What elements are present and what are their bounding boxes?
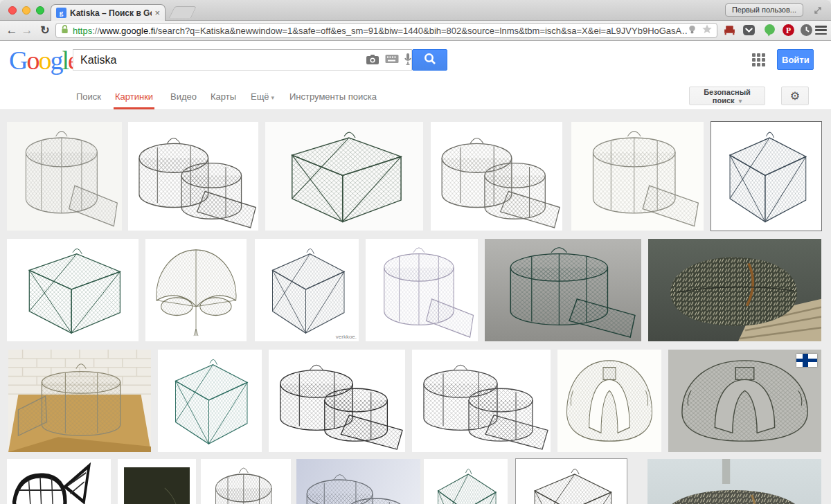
image-result[interactable]	[431, 122, 562, 231]
browser-tab[interactable]: g Katiska – Поиск в Google ×	[51, 4, 166, 21]
results-nav: Поиск Картинки Видео Карты Ещё▾ Инструме…	[0, 82, 831, 110]
green-balloon-extension-icon[interactable]	[763, 24, 776, 37]
image-result[interactable]	[201, 459, 291, 504]
window-zoom-button[interactable]	[36, 6, 44, 15]
google-favicon-icon: g	[56, 8, 66, 18]
magnifier-icon	[423, 52, 437, 66]
image-result[interactable]: verkkoe.	[255, 239, 359, 341]
google-logo[interactable]: Google	[9, 45, 78, 75]
search-input[interactable]	[73, 49, 412, 71]
image-result[interactable]	[296, 459, 420, 504]
back-button[interactable]: ←	[4, 22, 19, 39]
https-padlock-icon	[60, 24, 69, 37]
url-text: https://www.google.fi/search?q=Katiska&n…	[73, 26, 687, 36]
image-result[interactable]	[7, 122, 122, 231]
chevron-down-icon: ▾	[271, 94, 275, 101]
browser-toolbar: ← → ↻ https://www.google.fi/search?q=Kat…	[0, 21, 831, 41]
image-result[interactable]	[668, 350, 821, 452]
finnish-flag-badge	[796, 354, 817, 367]
image-result[interactable]	[145, 239, 247, 341]
safe-search-dropdown[interactable]: Безопасный поиск ▾	[689, 87, 765, 105]
pinterest-extension-icon[interactable]: P	[782, 24, 795, 37]
image-result[interactable]	[485, 239, 641, 341]
image-result[interactable]	[7, 239, 138, 341]
image-result[interactable]	[424, 459, 508, 504]
image-result[interactable]	[7, 459, 111, 504]
image-result[interactable]	[366, 239, 478, 341]
forward-button[interactable]: →	[19, 22, 35, 39]
image-result[interactable]	[8, 350, 151, 452]
reload-button[interactable]: ↻	[37, 22, 53, 39]
image-result[interactable]	[648, 239, 821, 341]
new-tab-button[interactable]	[169, 6, 197, 18]
tab-more[interactable]: Ещё▾	[251, 91, 274, 102]
window-minimize-button[interactable]	[22, 6, 30, 15]
virtual-keyboard-icon[interactable]	[385, 54, 399, 66]
chrome-menu-icon[interactable]	[815, 26, 827, 35]
armchair-extension-icon[interactable]	[723, 24, 736, 37]
address-bar[interactable]: https://www.google.fi/search?q=Katiska&n…	[55, 23, 717, 38]
expand-arrows-icon[interactable]	[813, 6, 823, 15]
browser-window: g Katiska – Поиск в Google × Первый поль…	[0, 0, 831, 504]
chevron-down-icon: ▾	[739, 98, 742, 105]
image-result[interactable]	[128, 122, 258, 231]
search-button[interactable]	[412, 49, 447, 71]
settings-gear-button[interactable]: ⚙	[781, 87, 809, 105]
tab-videos[interactable]: Видео	[170, 91, 197, 102]
profile-button[interactable]: Первый пользов...	[725, 3, 803, 17]
search-tools-link[interactable]: Инструменты поиска	[289, 91, 377, 102]
google-apps-grid-icon[interactable]	[752, 53, 766, 67]
image-result[interactable]	[571, 122, 704, 231]
tab-title: Katiska – Поиск в Google	[70, 8, 152, 18]
voice-search-mic-icon[interactable]	[403, 53, 413, 69]
search-by-image-camera-icon[interactable]	[366, 54, 379, 68]
image-result[interactable]	[118, 459, 196, 504]
image-result[interactable]	[711, 122, 821, 231]
tab-strip: g Katiska – Поиск в Google × Первый поль…	[0, 0, 831, 21]
image-result[interactable]	[265, 122, 423, 231]
svg-text:P: P	[786, 26, 791, 35]
image-result[interactable]	[269, 350, 405, 452]
image-result[interactable]	[516, 459, 627, 504]
image-results-grid: verkkoe.	[0, 110, 831, 504]
gear-icon: ⚙	[790, 90, 800, 102]
image-result[interactable]	[158, 350, 262, 452]
google-header: Google Войти	[0, 41, 831, 82]
image-result[interactable]	[647, 459, 821, 504]
tab-maps[interactable]: Карты	[211, 91, 236, 102]
tab-search[interactable]: Поиск	[76, 91, 101, 102]
sign-in-button[interactable]: Войти	[777, 49, 814, 70]
window-close-button[interactable]	[8, 6, 17, 15]
image-result[interactable]	[557, 350, 661, 452]
image-result[interactable]	[412, 350, 551, 452]
tab-images[interactable]: Картинки	[115, 91, 153, 102]
clock-extension-icon[interactable]	[800, 24, 813, 37]
tab-close-icon[interactable]: ×	[154, 8, 160, 18]
lightbulb-icon[interactable]	[687, 24, 697, 37]
pocket-extension-icon[interactable]	[742, 24, 756, 37]
image-watermark: verkkoe.	[336, 334, 357, 340]
bookmark-star-icon[interactable]	[702, 24, 713, 37]
